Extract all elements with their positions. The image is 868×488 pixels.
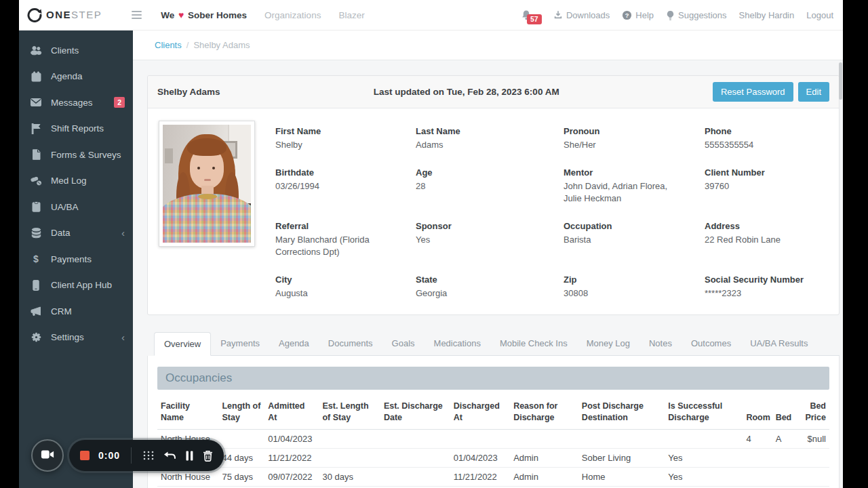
tab-documents[interactable]: Documents	[319, 332, 382, 356]
tab-payments[interactable]: Payments	[211, 332, 269, 356]
breadcrumb-clients-link[interactable]: Clients	[155, 40, 182, 50]
navbar-right: 57 Downloads ? Help Suggestions She	[521, 9, 833, 21]
profile-field: PronounShe/Her	[564, 126, 705, 151]
occupancy-cell: 09/07/2022	[264, 468, 319, 487]
tab-outcomes[interactable]: Outcomes	[682, 332, 741, 356]
profile-field: CityAugusta	[275, 274, 416, 300]
field-value: 28	[416, 180, 536, 192]
occupancy-cell	[380, 449, 450, 468]
svg-text:?: ?	[625, 12, 629, 18]
occupancy-cell: 75 days	[218, 468, 264, 487]
occupancy-cell	[772, 468, 795, 487]
occupancies-column-header: Facility Name	[157, 395, 218, 430]
overview-panel: Occupancies Facility NameLength of StayA…	[147, 356, 840, 488]
occupancy-cell: Yes	[665, 449, 743, 468]
occupancy-cell: Home	[578, 468, 665, 487]
occupancy-cell	[319, 430, 380, 449]
field-label: Phone	[705, 126, 828, 136]
heart-icon: ♥	[177, 9, 185, 20]
reset-password-button[interactable]: Reset Password	[713, 82, 793, 102]
notifications-button[interactable]: 57	[521, 9, 541, 21]
occupancy-cell: A	[772, 430, 795, 449]
page-content: Shelby Adams Last updated on Tue, Feb 28…	[133, 60, 843, 488]
profile-fields: First NameShelbyLast NameAdamsPronounShe…	[275, 126, 828, 300]
nav-link-organizations[interactable]: Organizations	[264, 10, 321, 20]
field-label: Mentor	[564, 167, 705, 178]
field-value: Shelby	[275, 139, 396, 151]
profile-field: MentorJohn David, Adrian Florea, Julie H…	[564, 167, 705, 205]
sidebar-item-clients[interactable]: Clients	[19, 37, 133, 64]
downloads-button[interactable]: Downloads	[553, 10, 610, 20]
field-value: Mary Blanchard (Florida Corrections Dpt)	[275, 234, 396, 258]
chevron-left-icon: ‹	[121, 228, 125, 238]
profile-field: SponsorYes	[416, 221, 564, 258]
sidebar-item-uaba[interactable]: UA/BA	[19, 194, 133, 220]
sidebar-item-shift-reports[interactable]: Shift Reports	[19, 116, 133, 142]
tab-agenda[interactable]: Agenda	[269, 332, 319, 356]
occupancies-column-header: Room	[743, 395, 772, 430]
user-menu[interactable]: Shelby Hardin	[739, 10, 795, 20]
sidebar-item-settings[interactable]: Settings ‹	[19, 325, 133, 351]
notification-count-badge: 57	[527, 14, 542, 24]
camera-button[interactable]	[31, 439, 64, 472]
occupancy-cell	[772, 449, 795, 468]
profile-field: Zip30808	[564, 274, 705, 300]
tab-goals[interactable]: Goals	[382, 332, 425, 356]
sidebar-item-forms-surveys[interactable]: Forms & Surveys	[19, 142, 133, 168]
users-icon	[30, 45, 42, 56]
onestep-logo[interactable]: ONESTEP	[27, 7, 102, 22]
main-content: Clients / Shelby Adams Shelby Adams Last…	[133, 30, 843, 488]
menu-toggle-icon[interactable]	[129, 8, 144, 22]
nav-link-sober-homes[interactable]: We ♥ Sober Homes	[161, 9, 247, 20]
trash-icon[interactable]	[203, 450, 213, 462]
sidebar-item-crm[interactable]: CRM	[19, 298, 133, 325]
help-icon: ?	[622, 10, 632, 20]
occupancies-column-header: Is Successful Discharge	[665, 395, 743, 430]
stop-recording-button[interactable]	[80, 451, 90, 460]
field-value: Yes	[416, 234, 536, 246]
tab-notes[interactable]: Notes	[639, 332, 682, 356]
sidebar-item-med-log[interactable]: Med Log	[19, 168, 133, 195]
org-nav: We ♥ Sober Homes Organizations Blazer	[161, 9, 364, 20]
tab-money-log[interactable]: Money Log	[577, 332, 639, 356]
sidebar: Clients Agenda Messages 2 Shift Reports …	[19, 30, 133, 488]
occupancy-cell: Yes	[665, 468, 743, 487]
occupancies-header-row: Facility NameLength of StayAdmitted AtEs…	[157, 395, 829, 430]
tab-uaba-results[interactable]: UA/BA Results	[741, 332, 817, 356]
field-label: Client Number	[705, 167, 828, 178]
undo-icon[interactable]	[163, 451, 176, 461]
occupancies-section-title: Occupancies	[157, 367, 829, 390]
occupancies-table: Facility NameLength of StayAdmitted AtEs…	[157, 395, 829, 488]
sidebar-item-agenda[interactable]: Agenda	[19, 64, 133, 90]
sidebar-item-data[interactable]: Data ‹	[19, 220, 133, 247]
edit-button[interactable]: Edit	[798, 82, 829, 102]
help-button[interactable]: ? Help	[622, 10, 654, 20]
occupancy-cell	[665, 430, 743, 449]
tab-medications[interactable]: Medications	[425, 332, 490, 356]
sidebar-item-messages[interactable]: Messages 2	[19, 89, 133, 116]
vertical-scrollbar[interactable]	[839, 62, 842, 100]
occupancy-row: North House01/04/20234A$null	[157, 430, 829, 449]
field-label: Sponsor	[416, 221, 564, 231]
occupancies-table-body: North House01/04/20234A$nullNorth House4…	[157, 430, 829, 488]
tab-overview[interactable]: Overview	[154, 332, 211, 356]
occupancy-cell: 44 days	[218, 449, 264, 468]
field-label: Social Security Number	[705, 274, 828, 285]
app-window: ONESTEP We ♥ Sober Homes Organizations B…	[19, 0, 843, 488]
pause-button[interactable]	[185, 451, 194, 461]
logout-button[interactable]: Logout	[806, 10, 833, 20]
profile-field: First NameShelby	[275, 126, 416, 151]
messages-count-badge: 2	[114, 97, 125, 108]
drag-handle-dots-icon[interactable]	[142, 450, 155, 461]
sidebar-item-payments[interactable]: $ Payments	[19, 246, 133, 272]
document-icon	[30, 149, 42, 160]
sidebar-item-client-app-hub[interactable]: Client App Hub	[19, 272, 133, 299]
client-photo	[159, 121, 255, 247]
suggestions-button[interactable]: Suggestions	[666, 10, 727, 20]
field-value: 5555355554	[705, 139, 825, 151]
client-profile-card: Shelby Adams Last updated on Tue, Feb 28…	[147, 75, 840, 315]
field-value: John David, Adrian Florea, Julie Heckman	[564, 180, 684, 205]
tab-mobile-check-ins[interactable]: Mobile Check Ins	[490, 332, 577, 356]
field-label: Last Name	[416, 126, 564, 136]
nav-link-blazer[interactable]: Blazer	[338, 10, 364, 20]
